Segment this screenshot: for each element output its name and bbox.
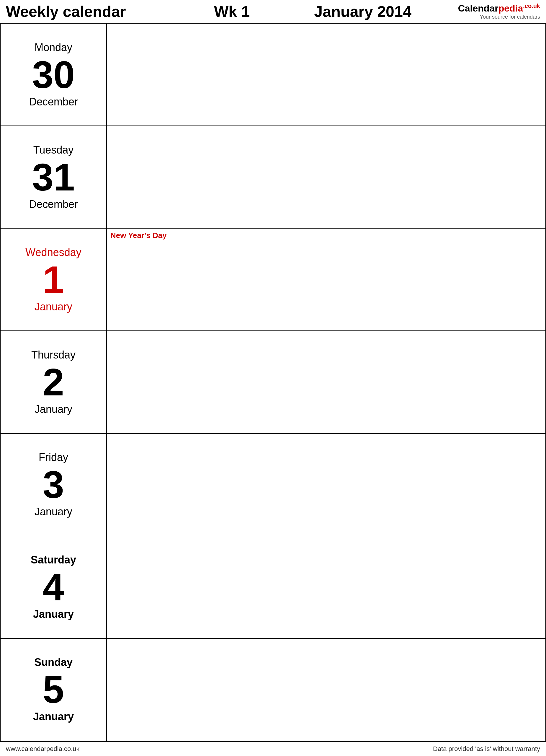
day-month-friday: January: [35, 506, 72, 518]
day-number-monday: 30: [32, 56, 75, 94]
day-number-thursday: 2: [43, 363, 64, 401]
day-row-monday: Monday30December: [1, 24, 545, 126]
day-month-monday: December: [29, 96, 78, 108]
logo-pedia-text: pedia.co.uk: [498, 3, 540, 14]
day-name-sunday: Sunday: [34, 656, 73, 669]
day-number-wednesday: 1: [43, 260, 64, 299]
logo-couk-text: .co.uk: [523, 3, 540, 9]
day-label-sunday: Sunday5January: [1, 639, 107, 741]
day-number-friday: 3: [43, 465, 64, 504]
calendar-grid: Monday30DecemberTuesday31DecemberWednesd…: [0, 24, 546, 741]
day-label-tuesday: Tuesday31December: [1, 126, 107, 228]
day-row-friday: Friday3January: [1, 434, 545, 536]
logo-tagline: Your source for calendars: [458, 14, 540, 20]
day-label-saturday: Saturday4January: [1, 536, 107, 638]
day-row-thursday: Thursday2January: [1, 331, 545, 434]
day-number-tuesday: 31: [32, 158, 75, 196]
day-month-saturday: January: [33, 608, 74, 620]
day-content-wednesday: New Year's Day: [107, 229, 545, 330]
day-month-thursday: January: [35, 403, 72, 416]
day-month-tuesday: December: [29, 198, 78, 211]
day-content-sunday: [107, 639, 545, 741]
day-row-wednesday: Wednesday1JanuaryNew Year's Day: [1, 229, 545, 331]
day-label-wednesday: Wednesday1January: [1, 229, 107, 330]
page-footer: www.calendarpedia.co.uk Data provided 'a…: [0, 741, 546, 756]
day-content-thursday: [107, 331, 545, 433]
day-label-thursday: Thursday2January: [1, 331, 107, 433]
header-logo: Calendarpedia.co.uk Your source for cale…: [458, 2, 540, 20]
day-row-sunday: Sunday5January: [1, 639, 545, 741]
day-content-monday: [107, 24, 545, 126]
day-name-friday: Friday: [39, 451, 68, 464]
day-name-tuesday: Tuesday: [33, 144, 74, 156]
footer-url: www.calendarpedia.co.uk: [6, 745, 79, 753]
day-name-monday: Monday: [35, 41, 72, 54]
header-month: January 2014: [268, 3, 458, 20]
page-header: Weekly calendar Wk 1 January 2014 Calend…: [0, 0, 546, 24]
day-number-saturday: 4: [43, 568, 64, 606]
day-content-saturday: [107, 536, 545, 638]
day-content-friday: [107, 434, 545, 536]
day-label-monday: Monday30December: [1, 24, 107, 126]
day-name-saturday: Saturday: [31, 554, 76, 566]
day-name-thursday: Thursday: [31, 349, 76, 361]
day-number-sunday: 5: [43, 670, 64, 709]
day-row-tuesday: Tuesday31December: [1, 126, 545, 229]
header-title: Weekly calendar: [6, 3, 196, 20]
day-month-sunday: January: [33, 711, 74, 723]
day-content-tuesday: [107, 126, 545, 228]
day-label-friday: Friday3January: [1, 434, 107, 536]
footer-disclaimer: Data provided 'as is' without warranty: [433, 745, 540, 753]
logo-calendar-text: Calendar: [458, 3, 498, 14]
day-row-saturday: Saturday4January: [1, 536, 545, 639]
holiday-label-wednesday: New Year's Day: [110, 231, 542, 240]
day-name-wednesday: Wednesday: [25, 246, 81, 259]
day-month-wednesday: January: [35, 301, 72, 313]
header-week: Wk 1: [214, 3, 250, 20]
